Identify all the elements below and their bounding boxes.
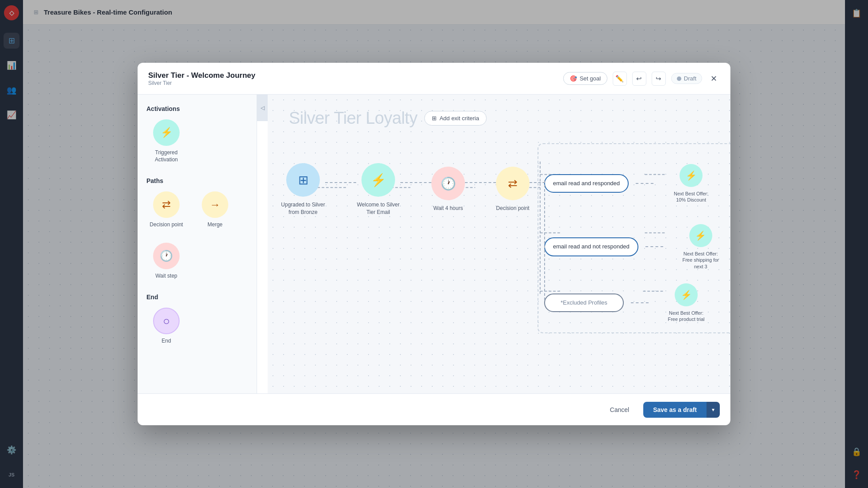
branch-not-responded: email read and not responded ⚡ Next Best… bbox=[544, 224, 721, 270]
activations-title: Activations bbox=[146, 105, 248, 112]
merge-item[interactable]: → Merge bbox=[195, 191, 235, 229]
modal-header-actions: 🎯 Set goal ✏️ ↩ ↪ Draft ✕ bbox=[563, 72, 720, 86]
next-best-icon-2: ⚡ bbox=[689, 224, 712, 247]
save-button-group: Save as a draft ▾ bbox=[643, 402, 720, 418]
wait-step-label: Wait step bbox=[155, 273, 177, 280]
add-exit-icon: ⊞ bbox=[432, 115, 437, 122]
triggered-activation-icon: ⚡ bbox=[153, 119, 180, 146]
save-chevron-icon: ▾ bbox=[712, 407, 714, 413]
activations-items: ⚡ Triggered Activation bbox=[146, 119, 248, 163]
modal-subtitle: Silver Tier bbox=[148, 80, 255, 86]
branch-responded: email read and responded ⚡ Next Best Off… bbox=[544, 164, 711, 203]
save-draft-button[interactable]: Save as a draft bbox=[643, 402, 707, 418]
modal-overlay: Silver Tier - Welcome Journey Silver Tie… bbox=[0, 0, 868, 488]
branch-excluded-label[interactable]: *Excluded Profiles bbox=[544, 294, 624, 312]
node-wait-4hours-icon: 🕐 bbox=[431, 167, 465, 200]
components-panel: Activations ⚡ Triggered Activation Paths… bbox=[138, 95, 257, 393]
node-upgraded-silver-label: Upgraded to Silver from Bronze bbox=[281, 201, 325, 216]
merge-icon: → bbox=[202, 191, 228, 218]
next-best-node-3[interactable]: ⚡ Next Best Offer: Free product trial bbox=[666, 283, 706, 323]
canvas-title: Silver Tier Loyalty bbox=[289, 109, 417, 128]
edit-button[interactable]: ✏️ bbox=[613, 72, 627, 86]
next-best-label-3: Next Best Offer: Free product trial bbox=[666, 310, 706, 323]
connector-1 bbox=[325, 182, 356, 183]
vertical-branch-connector bbox=[544, 180, 545, 300]
end-title: End bbox=[146, 294, 248, 301]
triggered-activation-item[interactable]: ⚡ Triggered Activation bbox=[146, 119, 186, 163]
close-button[interactable]: ✕ bbox=[707, 72, 720, 85]
wait-step-item[interactable]: 🕐 Wait step bbox=[146, 243, 186, 280]
save-draft-chevron-button[interactable]: ▾ bbox=[707, 402, 720, 418]
cancel-button[interactable]: Cancel bbox=[601, 402, 638, 418]
node-decision-point-label: Decision point bbox=[496, 205, 529, 212]
goal-icon: 🎯 bbox=[570, 75, 577, 82]
canvas-area[interactable]: Silver Tier Loyalty ⊞ Add exit criteria bbox=[268, 95, 730, 393]
redo-button[interactable]: ↪ bbox=[652, 72, 666, 86]
draft-dot bbox=[677, 76, 681, 81]
panel-collapse-toggle[interactable]: ◁ bbox=[257, 95, 268, 121]
branch-not-responded-label[interactable]: email read and not responded bbox=[544, 237, 638, 256]
next-best-label-2: Next Best Offer: Free shipping for next … bbox=[681, 251, 721, 270]
next-best-node-2[interactable]: ⚡ Next Best Offer: Free shipping for nex… bbox=[681, 224, 721, 270]
flow-nodes-row: ⊞ Upgraded to Silver from Bronze ⚡ Welco… bbox=[281, 163, 554, 216]
node-upgraded-silver[interactable]: ⊞ Upgraded to Silver from Bronze bbox=[281, 163, 325, 216]
node-decision-point[interactable]: ⇄ Decision point bbox=[496, 167, 530, 212]
wait-step-icon: 🕐 bbox=[153, 243, 180, 269]
end-label: End bbox=[161, 338, 171, 345]
next-best-label-1: Next Best Offer: 10% Discount bbox=[671, 191, 711, 203]
modal-body: Activations ⚡ Triggered Activation Paths… bbox=[138, 95, 730, 393]
paths-title: Paths bbox=[146, 177, 248, 184]
journey-modal: Silver Tier - Welcome Journey Silver Tie… bbox=[138, 63, 730, 425]
modal-header: Silver Tier - Welcome Journey Silver Tie… bbox=[138, 63, 730, 95]
decision-point-item[interactable]: ⇄ Decision point bbox=[146, 191, 186, 229]
connector-2 bbox=[400, 182, 431, 183]
decision-point-panel-icon: ⇄ bbox=[153, 191, 180, 218]
branch-excluded: *Excluded Profiles ⚡ Next Best Offer: Fr… bbox=[544, 283, 706, 323]
node-welcome-email-icon: ⚡ bbox=[361, 163, 395, 197]
set-goal-button[interactable]: 🎯 Set goal bbox=[563, 72, 607, 85]
branch-not-responded-connector bbox=[645, 246, 663, 247]
next-best-icon-1: ⚡ bbox=[680, 164, 703, 187]
paths-items: ⇄ Decision point → Merge bbox=[146, 191, 248, 229]
draft-badge: Draft bbox=[671, 73, 702, 84]
decision-point-panel-label: Decision point bbox=[150, 221, 183, 229]
add-exit-label: Add exit criteria bbox=[439, 115, 479, 122]
node-decision-point-icon: ⇄ bbox=[496, 167, 530, 200]
node-welcome-email[interactable]: ⚡ Welcome to Silver Tier Email bbox=[356, 163, 400, 216]
modal-title: Silver Tier - Welcome Journey bbox=[148, 71, 255, 80]
triggered-activation-label: Triggered Activation bbox=[146, 149, 186, 163]
node-welcome-email-label: Welcome to Silver Tier Email bbox=[356, 201, 400, 216]
end-item[interactable]: ○ End bbox=[146, 308, 186, 345]
merge-label: Merge bbox=[207, 221, 223, 229]
connector-3 bbox=[465, 182, 496, 183]
canvas-title-area: Silver Tier Loyalty ⊞ Add exit criteria bbox=[289, 109, 487, 128]
branch-excluded-connector bbox=[631, 302, 649, 303]
draft-label: Draft bbox=[684, 75, 696, 82]
modal-title-group: Silver Tier - Welcome Journey Silver Tie… bbox=[148, 71, 255, 86]
node-wait-4hours-label: Wait 4 hours bbox=[434, 205, 463, 212]
next-best-icon-3: ⚡ bbox=[675, 283, 698, 306]
node-wait-4hours[interactable]: 🕐 Wait 4 hours bbox=[431, 167, 465, 212]
branch-responded-label[interactable]: email read and responded bbox=[544, 174, 629, 193]
wait-items: 🕐 Wait step bbox=[146, 243, 248, 280]
node-upgraded-silver-icon: ⊞ bbox=[286, 163, 320, 197]
branch-responded-connector bbox=[636, 183, 653, 184]
add-exit-criteria-button[interactable]: ⊞ Add exit criteria bbox=[424, 111, 487, 126]
modal-footer: Cancel Save as a draft ▾ bbox=[138, 393, 730, 425]
end-items: ○ End bbox=[146, 308, 248, 345]
end-icon: ○ bbox=[153, 308, 180, 334]
next-best-node-1[interactable]: ⚡ Next Best Offer: 10% Discount bbox=[671, 164, 711, 203]
set-goal-label: Set goal bbox=[580, 75, 601, 82]
undo-button[interactable]: ↩ bbox=[632, 72, 646, 86]
